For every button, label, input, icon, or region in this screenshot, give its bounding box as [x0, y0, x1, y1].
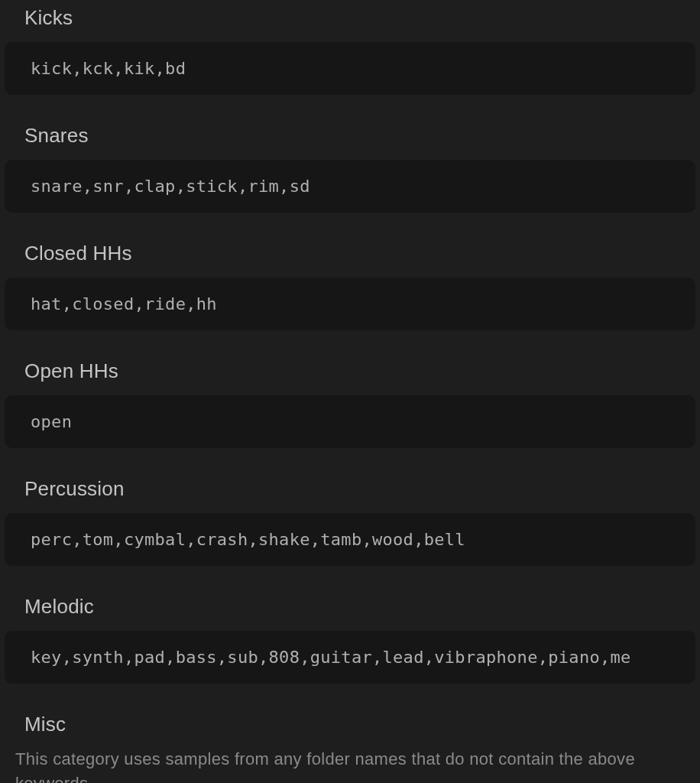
- category-label-snares: Snares: [5, 124, 695, 148]
- category-input-kicks[interactable]: [5, 42, 695, 95]
- category-misc: Misc This category uses samples from any…: [5, 713, 695, 783]
- category-melodic: Melodic: [5, 595, 695, 684]
- category-label-closed-hhs: Closed HHs: [5, 242, 695, 265]
- category-label-melodic: Melodic: [5, 595, 695, 619]
- category-description-misc: This category uses samples from any fold…: [5, 747, 695, 783]
- category-open-hhs: Open HHs: [5, 359, 695, 448]
- category-label-percussion: Percussion: [5, 477, 695, 501]
- category-percussion: Percussion: [5, 477, 695, 566]
- category-input-snares[interactable]: [5, 160, 695, 213]
- category-kicks: Kicks: [5, 6, 695, 95]
- category-input-melodic[interactable]: [5, 631, 695, 684]
- category-input-closed-hhs[interactable]: [5, 278, 695, 330]
- category-snares: Snares: [5, 124, 695, 213]
- category-label-kicks: Kicks: [5, 6, 695, 30]
- category-input-percussion[interactable]: [5, 513, 695, 566]
- category-input-open-hhs[interactable]: [5, 395, 695, 448]
- category-label-misc: Misc: [5, 713, 695, 736]
- category-closed-hhs: Closed HHs: [5, 242, 695, 330]
- category-label-open-hhs: Open HHs: [5, 359, 695, 383]
